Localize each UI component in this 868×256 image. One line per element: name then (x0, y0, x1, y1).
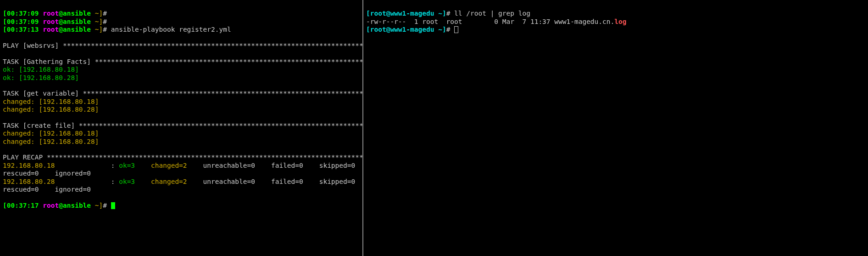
ok-line: ok: [192.168.80.18] (3, 66, 79, 73)
ls-output: -rw-r--r-- 1 root root 0 Mar 7 11:37 www… (366, 18, 626, 25)
prompt-line: [00:37:09 root@ansible ~]# (3, 10, 107, 17)
recap-row: rescued=0 ignored=0 (3, 170, 91, 177)
prompt-line: [00:37:13 root@ansible ~]# ansible-playb… (3, 26, 231, 33)
changed-line: changed: [192.168.80.18] (3, 130, 99, 137)
play-header: PLAY [websrvs] *************************… (3, 42, 362, 49)
command-text: ansible-playbook register2.yml (107, 26, 231, 33)
recap-row: 192.168.80.28 : ok=3 changed=2 unreachab… (3, 178, 362, 185)
cursor-icon (454, 26, 458, 33)
recap-header: PLAY RECAP *****************************… (3, 154, 362, 161)
changed-line: changed: [192.168.80.28] (3, 138, 99, 145)
prompt-line[interactable]: [00:37:17 root@ansible ~]# (3, 202, 115, 209)
task-header: TASK [create file] *********************… (3, 122, 362, 129)
task-header: TASK [Gathering Facts] *****************… (3, 58, 362, 65)
changed-line: changed: [192.168.80.28] (3, 106, 99, 113)
prompt-line: [root@www1-magedu ~]# ll /root | grep lo… (366, 10, 530, 17)
ok-line: ok: [192.168.80.28] (3, 74, 79, 81)
prompt-line: [00:37:09 root@ansible ~]# (3, 18, 107, 25)
right-terminal[interactable]: [root@www1-magedu ~]# ll /root | grep lo… (363, 0, 868, 256)
recap-row: 192.168.80.18 : ok=3 changed=2 unreachab… (3, 162, 362, 169)
left-terminal[interactable]: [00:37:09 root@ansible ~]# [00:37:09 roo… (0, 0, 362, 256)
changed-line: changed: [192.168.80.18] (3, 98, 99, 105)
prompt-line[interactable]: [root@www1-magedu ~]# (366, 26, 458, 33)
cursor-icon (111, 202, 115, 209)
task-header: TASK [get variable] ********************… (3, 90, 362, 97)
command-text: ll /root | grep log (454, 10, 530, 17)
recap-row: rescued=0 ignored=0 (3, 186, 91, 193)
